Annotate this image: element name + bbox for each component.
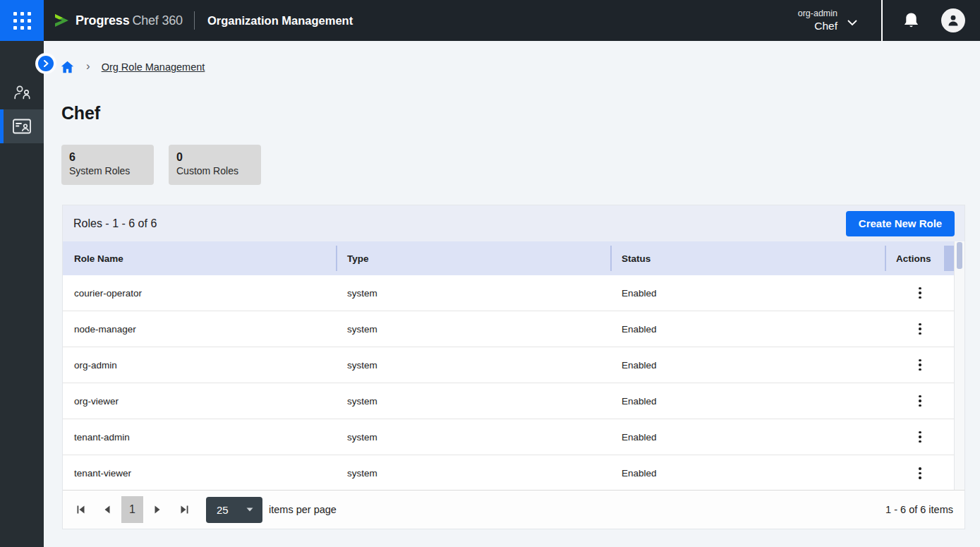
progress-chevron-icon: [54, 12, 71, 29]
grid-dots-icon: [13, 12, 31, 30]
cell-type: system: [336, 311, 610, 347]
first-page-button[interactable]: [72, 501, 89, 518]
topbar-right-divider: [881, 0, 883, 41]
caret-down-icon: [246, 507, 253, 512]
row-actions-button[interactable]: [885, 311, 955, 347]
sidebar-nav: [0, 41, 44, 547]
bell-icon: [903, 12, 919, 30]
account-org: Chef: [798, 19, 837, 32]
last-page-button[interactable]: [176, 501, 193, 518]
app-title: Organization Management: [207, 14, 353, 28]
app-launcher-button[interactable]: [0, 0, 44, 41]
brand-logo: Progress Chef 360: [54, 12, 183, 29]
table-scrollbar[interactable]: [954, 241, 964, 490]
table-row: courier-operator system Enabled: [63, 275, 955, 311]
custom-roles-card: 0 Custom Roles: [169, 145, 261, 185]
topbar-divider: [194, 11, 195, 30]
cell-type: system: [336, 347, 610, 383]
previous-page-icon: [104, 505, 110, 514]
table-header-row: Role Name Type Status Actions: [63, 241, 955, 275]
roles-table-card: Roles - 1 - 6 of 6 Create New Role Role …: [62, 205, 965, 529]
breadcrumb-separator-icon: ›: [86, 59, 90, 73]
system-roles-card: 6 System Roles: [61, 145, 154, 185]
row-actions-button[interactable]: [885, 275, 955, 311]
account-avatar[interactable]: [941, 8, 965, 32]
current-page-button[interactable]: 1: [121, 496, 143, 523]
cell-status: Enabled: [610, 347, 885, 383]
person-icon: [946, 13, 960, 28]
cell-type: system: [336, 419, 610, 455]
cell-role-name: tenant-viewer: [63, 455, 336, 491]
table-row: tenant-viewer system Enabled: [63, 455, 955, 491]
kebab-icon: [919, 395, 921, 408]
sidebar-expand-button[interactable]: [38, 56, 54, 71]
row-actions-button[interactable]: [885, 347, 955, 383]
main-content: › Org Role Management Chef 6 System Role…: [44, 41, 980, 547]
kebab-icon: [919, 431, 921, 444]
table-row: node-manager system Enabled: [63, 311, 955, 347]
cell-role-name: tenant-admin: [63, 419, 336, 455]
system-roles-count: 6: [69, 150, 146, 164]
kebab-icon: [919, 323, 921, 336]
row-actions-button[interactable]: [885, 455, 955, 491]
cell-role-name: node-manager: [63, 311, 336, 347]
table-row: tenant-admin system Enabled: [63, 419, 955, 455]
cell-status: Enabled: [610, 419, 885, 455]
cell-status: Enabled: [610, 311, 885, 347]
column-header-status[interactable]: Status: [610, 241, 885, 275]
cell-status: Enabled: [610, 275, 885, 311]
id-card-icon: [12, 118, 32, 135]
cell-type: system: [336, 455, 610, 491]
cell-role-name: courier-operator: [63, 275, 336, 311]
org-switcher[interactable]: org-admin Chef: [798, 8, 857, 32]
page-size-value: 25: [217, 504, 229, 516]
previous-page-button[interactable]: [99, 501, 116, 518]
app-root: Progress Chef 360 Organization Managemen…: [0, 0, 980, 547]
custom-roles-count: 0: [176, 150, 253, 164]
row-actions-button[interactable]: [885, 419, 955, 455]
table-row: org-admin system Enabled: [63, 347, 955, 383]
sidebar-item-org-roles[interactable]: [0, 109, 44, 143]
cell-type: system: [336, 275, 610, 311]
users-icon: [13, 84, 32, 102]
chevron-right-icon: [42, 60, 49, 67]
home-icon[interactable]: [61, 61, 74, 73]
column-header-type[interactable]: Type: [336, 241, 610, 275]
top-bar: Progress Chef 360 Organization Managemen…: [0, 0, 980, 41]
column-header-role-name[interactable]: Role Name: [63, 241, 336, 275]
create-new-role-button[interactable]: Create New Role: [846, 211, 955, 236]
breadcrumb: › Org Role Management: [61, 59, 205, 75]
first-page-icon: [77, 505, 85, 514]
kebab-icon: [919, 287, 921, 300]
scrollbar-thumb[interactable]: [957, 242, 962, 269]
table-row: org-viewer system Enabled: [63, 383, 955, 419]
table-toolbar: Roles - 1 - 6 of 6 Create New Role: [63, 205, 964, 241]
page-size-select[interactable]: 25: [206, 497, 262, 523]
stats-cards: 6 System Roles 0 Custom Roles: [61, 145, 276, 185]
breadcrumb-link-org-role-management[interactable]: Org Role Management: [102, 61, 205, 73]
table-body: courier-operator system Enabled node-man…: [63, 275, 955, 491]
cell-role-name: org-viewer: [63, 383, 336, 419]
notifications-button[interactable]: [903, 12, 919, 30]
cell-type: system: [336, 383, 610, 419]
cell-status: Enabled: [610, 455, 885, 491]
chevron-down-icon: [847, 20, 857, 26]
account-role: org-admin: [798, 8, 837, 19]
system-roles-label: System Roles: [69, 164, 146, 178]
items-range-label: 1 - 6 of 6 items: [885, 504, 953, 515]
table-title: Roles - 1 - 6 of 6: [73, 217, 157, 230]
brand-name: Progress: [75, 13, 129, 28]
org-switcher-text: org-admin Chef: [798, 8, 837, 32]
last-page-icon: [181, 505, 188, 514]
next-page-button[interactable]: [149, 501, 166, 518]
cell-status: Enabled: [610, 383, 885, 419]
page-title: Chef: [61, 103, 100, 124]
product-name: Chef 360: [132, 13, 182, 28]
pagination-bar: 1 25 items: [63, 490, 964, 529]
custom-roles-label: Custom Roles: [176, 164, 253, 178]
next-page-icon: [155, 505, 160, 514]
sidebar-item-users[interactable]: [0, 76, 44, 109]
kebab-icon: [919, 467, 921, 480]
row-actions-button[interactable]: [885, 383, 955, 419]
cell-role-name: org-admin: [63, 347, 336, 383]
